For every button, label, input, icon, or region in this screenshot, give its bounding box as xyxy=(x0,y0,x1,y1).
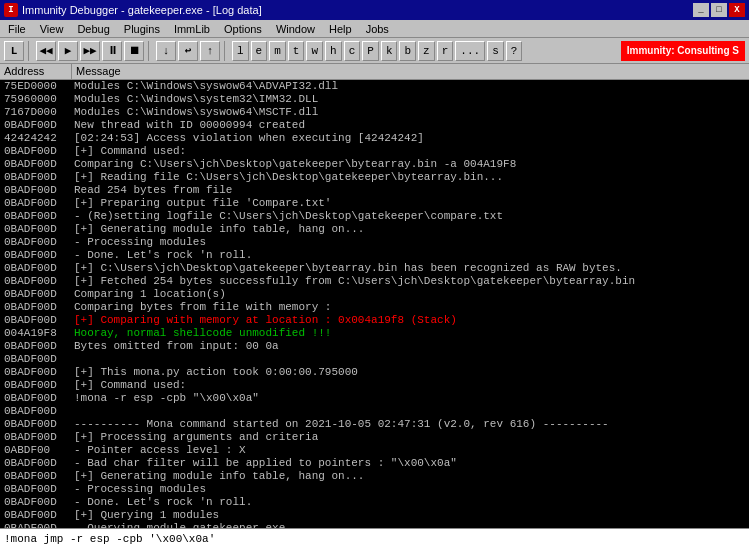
message-header: Message xyxy=(72,64,749,79)
s-button[interactable]: s xyxy=(487,41,504,61)
log-address: 0BADF00D xyxy=(0,340,72,353)
minimize-button[interactable]: _ xyxy=(693,3,709,17)
menu-item-file[interactable]: File xyxy=(2,22,32,36)
log-area: Address Message 75ED0000Modules C:\Windo… xyxy=(0,64,749,528)
table-row: 0BADF00D[+] This mona.py action took 0:0… xyxy=(0,366,749,379)
log-address: 0BADF00D xyxy=(0,392,72,405)
table-row: 0BADF00D[+] Querying 1 modules xyxy=(0,509,749,522)
log-message: [+] C:\Users\jch\Desktop\gatekeeper\byte… xyxy=(72,262,749,275)
window-title: Immunity Debugger - gatekeeper.exe - [Lo… xyxy=(22,4,689,16)
stop-button[interactable]: ⏹ xyxy=(124,41,144,61)
rewind-button[interactable]: ◀◀ xyxy=(36,41,56,61)
log-message: - (Re)setting logfile C:\Users\jch\Deskt… xyxy=(72,210,749,223)
menu-item-help[interactable]: Help xyxy=(323,22,358,36)
toolbar-separator-3 xyxy=(224,41,228,61)
log-address: 0ABDF00 xyxy=(0,444,72,457)
log-message: - Bad char filter will be applied to poi… xyxy=(72,457,749,470)
toolbar-separator-1 xyxy=(28,41,32,61)
b-button[interactable]: b xyxy=(399,41,416,61)
table-row: 0ABDF00 - Pointer access level : X xyxy=(0,444,749,457)
t-button[interactable]: t xyxy=(288,41,305,61)
column-headers: Address Message xyxy=(0,64,749,80)
table-row: 0BADF00DNew thread with ID 00000994 crea… xyxy=(0,119,749,132)
pause-button[interactable]: ⏸ xyxy=(102,41,122,61)
log-message: Comparing bytes from file with memory : xyxy=(72,301,749,314)
table-row: 0BADF00D[+] Generating module info table… xyxy=(0,470,749,483)
window-controls: _ □ X xyxy=(693,3,745,17)
menu-item-debug[interactable]: Debug xyxy=(71,22,115,36)
log-address: 0BADF00D xyxy=(0,210,72,223)
k-button[interactable]: k xyxy=(381,41,398,61)
address-header: Address xyxy=(0,64,72,79)
menu-item-options[interactable]: Options xyxy=(218,22,268,36)
menu-item-jobs[interactable]: Jobs xyxy=(360,22,395,36)
log-address: 0BADF00D xyxy=(0,197,72,210)
log-address: 0BADF00D xyxy=(0,119,72,132)
r-button[interactable]: r xyxy=(437,41,454,61)
table-row: 0BADF00D[+] Preparing output file 'Compa… xyxy=(0,197,749,210)
w-button[interactable]: w xyxy=(306,41,323,61)
log-message: [+] Command used: xyxy=(72,379,749,392)
close-button[interactable]: X xyxy=(729,3,745,17)
log-address: 004A19F8 xyxy=(0,327,72,340)
table-row: 0BADF00DComparing C:\Users\jch\Desktop\g… xyxy=(0,158,749,171)
log-message: - Processing modules xyxy=(72,483,749,496)
log-message: Comparing 1 location(s) xyxy=(72,288,749,301)
log-message: - Done. Let's rock 'n roll. xyxy=(72,249,749,262)
app-icon: I xyxy=(4,3,18,17)
log-address: 75ED0000 xyxy=(0,80,72,93)
table-row: 0BADF00D[+] Command used: xyxy=(0,145,749,158)
step-out-button[interactable]: ↑ xyxy=(200,41,220,61)
log-message: [+] Processing arguments and criteria xyxy=(72,431,749,444)
log-address: 0BADF00D xyxy=(0,301,72,314)
table-row: 0BADF00D - Done. Let's rock 'n roll. xyxy=(0,496,749,509)
h-button[interactable]: h xyxy=(325,41,342,61)
table-row: 75960000Modules C:\Windows\system32\IMM3… xyxy=(0,93,749,106)
table-row: 0BADF00D - (Re)setting logfile C:\Users\… xyxy=(0,210,749,223)
title-bar: I Immunity Debugger - gatekeeper.exe - [… xyxy=(0,0,749,20)
log-message: [+] Comparing with memory at location : … xyxy=(72,314,749,327)
log-message: - Done. Let's rock 'n roll. xyxy=(72,496,749,509)
step-into-button[interactable]: ↓ xyxy=(156,41,176,61)
toolbar: L ◀◀ ▶ ▶▶ ⏸ ⏹ ↓ ↩ ↑ l e m t w h c P k b … xyxy=(0,38,749,64)
menu-item-view[interactable]: View xyxy=(34,22,70,36)
e-button[interactable]: e xyxy=(251,41,268,61)
log-address: 0BADF00D xyxy=(0,379,72,392)
play-fast-button[interactable]: ▶▶ xyxy=(80,41,100,61)
table-row: 0BADF00D[+] Fetched 254 bytes successful… xyxy=(0,275,749,288)
table-row: 0BADF00D[+] Command used: xyxy=(0,379,749,392)
log-message: Modules C:\Windows\system32\IMM32.DLL xyxy=(72,93,749,106)
step-over-button[interactable]: ↩ xyxy=(178,41,198,61)
menu-item-immlib[interactable]: ImmLib xyxy=(168,22,216,36)
maximize-button[interactable]: □ xyxy=(711,3,727,17)
table-row: 0BADF00D - Processing modules xyxy=(0,483,749,496)
log-message: Modules C:\Windows\syswow64\MSCTF.dll xyxy=(72,106,749,119)
log-message: [02:24:53] Access violation when executi… xyxy=(72,132,749,145)
log-message: [+] Generating module info table, hang o… xyxy=(72,223,749,236)
log-message xyxy=(72,405,749,418)
P-button[interactable]: P xyxy=(362,41,379,61)
log-address: 0BADF00D xyxy=(0,353,72,366)
log-message: Hooray, normal shellcode unmodified !!! xyxy=(72,327,749,340)
menu-item-window[interactable]: Window xyxy=(270,22,321,36)
m-button[interactable]: m xyxy=(269,41,286,61)
log-message: ---------- Mona command started on 2021-… xyxy=(72,418,749,431)
log-message: New thread with ID 00000994 created xyxy=(72,119,749,132)
log-address: 0BADF00D xyxy=(0,509,72,522)
table-row: 0BADF00D - Done. Let's rock 'n roll. xyxy=(0,249,749,262)
command-input[interactable] xyxy=(4,533,745,545)
c-button[interactable]: c xyxy=(344,41,361,61)
l-button[interactable]: l xyxy=(232,41,249,61)
log-button[interactable]: L xyxy=(4,41,24,61)
log-address: 0BADF00D xyxy=(0,457,72,470)
play-button[interactable]: ▶ xyxy=(58,41,78,61)
dots-button[interactable]: ... xyxy=(455,41,485,61)
log-message: [+] Fetched 254 bytes successfully from … xyxy=(72,275,749,288)
table-row: 0BADF00D---------- Mona command started … xyxy=(0,418,749,431)
table-row: 0BADF00DComparing bytes from file with m… xyxy=(0,301,749,314)
log-address: 0BADF00D xyxy=(0,314,72,327)
z-button[interactable]: z xyxy=(418,41,435,61)
question-button[interactable]: ? xyxy=(506,41,523,61)
menu-item-plugins[interactable]: Plugins xyxy=(118,22,166,36)
table-row: 004A19F8 Hooray, normal shellcode unmodi… xyxy=(0,327,749,340)
